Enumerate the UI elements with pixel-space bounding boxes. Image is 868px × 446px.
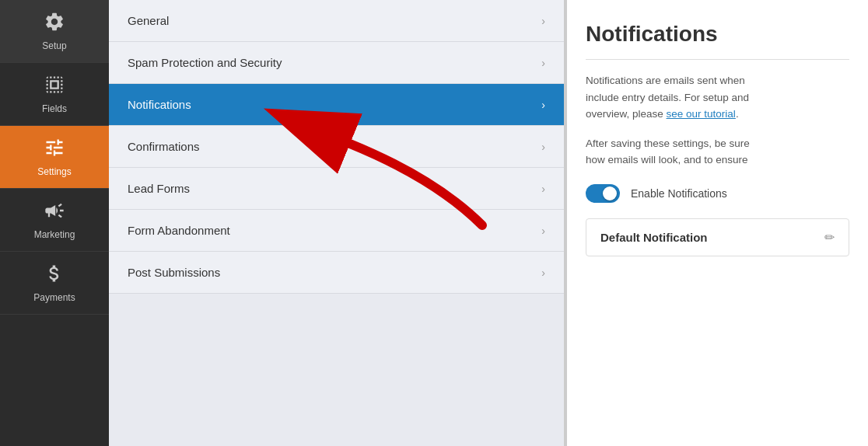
- sidebar-item-setup[interactable]: Setup: [0, 0, 109, 63]
- sidebar-item-label-fields: Fields: [42, 103, 67, 114]
- notification-box[interactable]: Default Notification ✏: [586, 218, 849, 256]
- sidebar: Setup Fields Settings Marketing: [0, 0, 109, 446]
- chevron-right-icon: ›: [541, 99, 545, 111]
- menu-item-spam[interactable]: Spam Protection and Security ›: [109, 42, 564, 84]
- menu-item-label-spam: Spam Protection and Security: [128, 56, 282, 69]
- enable-notifications-toggle[interactable]: [586, 184, 620, 203]
- menu-item-general[interactable]: General ›: [109, 0, 564, 42]
- sidebar-item-label-settings: Settings: [37, 166, 71, 177]
- sidebar-item-fields[interactable]: Fields: [0, 63, 109, 126]
- settings-icon: [44, 137, 65, 162]
- sidebar-item-payments[interactable]: Payments: [0, 252, 109, 315]
- chevron-right-icon: ›: [541, 183, 545, 195]
- edit-icon[interactable]: ✏: [824, 230, 835, 245]
- menu-item-label-confirmations: Confirmations: [128, 140, 200, 153]
- chevron-right-icon: ›: [541, 57, 545, 69]
- menu-item-form-abandonment[interactable]: Form Abandonment ›: [109, 210, 564, 252]
- sidebar-item-settings[interactable]: Settings: [0, 126, 109, 189]
- chevron-right-icon: ›: [541, 141, 545, 153]
- menu-item-label-post-submissions: Post Submissions: [128, 266, 220, 279]
- menu-item-label-general: General: [128, 14, 169, 27]
- content-note: After saving these settings, be surehow …: [586, 135, 849, 169]
- menu-item-lead-forms[interactable]: Lead Forms ›: [109, 168, 564, 210]
- chevron-right-icon: ›: [541, 267, 545, 279]
- menu-item-post-submissions[interactable]: Post Submissions ›: [109, 252, 564, 294]
- gear-icon: [44, 11, 65, 36]
- notification-title: Default Notification: [600, 231, 708, 244]
- menu-item-notifications[interactable]: Notifications ›: [109, 84, 564, 126]
- content-panel: Notifications Notifications are emails s…: [564, 0, 868, 446]
- payments-icon: [44, 263, 65, 287]
- tutorial-link[interactable]: see our tutorial: [667, 108, 736, 120]
- toggle-row: Enable Notifications: [586, 184, 849, 203]
- toggle-label: Enable Notifications: [631, 187, 727, 200]
- content-description: Notifications are emails sent wheninclud…: [586, 72, 849, 123]
- page-title: Notifications: [586, 22, 849, 47]
- marketing-icon: [44, 200, 65, 225]
- sidebar-item-label-setup: Setup: [42, 40, 66, 51]
- menu-item-label-lead-forms: Lead Forms: [128, 182, 190, 195]
- chevron-right-icon: ›: [541, 225, 545, 237]
- menu-item-label-form-abandonment: Form Abandonment: [128, 224, 230, 237]
- sidebar-item-label-marketing: Marketing: [34, 229, 75, 240]
- menu-item-label-notifications: Notifications: [128, 98, 191, 111]
- note-text: After saving these settings, be surehow …: [586, 138, 750, 166]
- menu-panel: General › Spam Protection and Security ›…: [109, 0, 564, 446]
- sidebar-item-label-payments: Payments: [33, 292, 75, 303]
- chevron-right-icon: ›: [541, 15, 545, 27]
- toggle-thumb: [603, 186, 617, 200]
- sidebar-item-marketing[interactable]: Marketing: [0, 189, 109, 252]
- menu-item-confirmations[interactable]: Confirmations ›: [109, 126, 564, 168]
- fields-icon: [44, 74, 65, 99]
- divider: [586, 59, 849, 60]
